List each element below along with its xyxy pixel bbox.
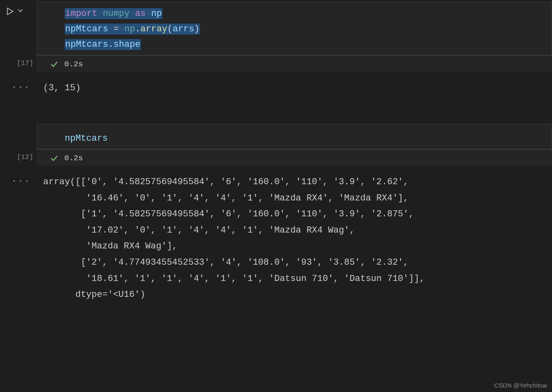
- cell-1-status-bar: 0.2s: [37, 55, 552, 72]
- exec-time: 0.2s: [64, 154, 83, 163]
- cell-2-status-row: [12] 0.2s: [0, 149, 552, 166]
- exec-count: [17]: [17, 59, 33, 67]
- token-alias: np: [151, 9, 162, 19]
- cell-2: npMtcars: [0, 124, 552, 149]
- cell-2-output: ··· array([['0', '4.58257569495584', '6'…: [0, 166, 552, 306]
- token-module-ref: np: [124, 24, 135, 34]
- cell-1: import·numpy·as·np npMtcars·=·np.array(a…: [0, 2, 552, 55]
- cell-2-out-gutter: ···: [0, 173, 37, 303]
- run-cell-button[interactable]: [6, 7, 17, 17]
- token-as: as: [135, 9, 146, 19]
- cell-2-exec-gutter: [12]: [0, 149, 37, 166]
- exec-time: 0.2s: [64, 60, 83, 69]
- token-module: numpy: [103, 9, 129, 19]
- watermark: CSDN @Yehchitsai: [494, 382, 547, 389]
- token-fn: array: [140, 24, 167, 34]
- success-check-icon: [50, 154, 59, 163]
- token-var: npMtcars: [65, 133, 108, 144]
- chevron-down-icon: [17, 7, 24, 14]
- collapse-output-icon[interactable]: ···: [11, 176, 30, 303]
- exec-count: [12]: [17, 153, 33, 161]
- code-line: npMtcars.shape: [37, 37, 552, 52]
- code-line: npMtcars·=·np.array(arrs): [37, 22, 552, 37]
- cell-2-editor[interactable]: npMtcars: [37, 124, 552, 149]
- code-line: import·numpy·as·np: [37, 6, 552, 22]
- success-check-icon: [50, 60, 59, 69]
- collapse-output-icon[interactable]: ···: [11, 82, 30, 96]
- cell-2-output-text: array([['0', '4.58257569495584', '6', '1…: [37, 173, 552, 303]
- token-prop: shape: [114, 39, 140, 50]
- cell-2-status-bar: 0.2s: [37, 149, 552, 166]
- token-arg: arrs: [173, 24, 194, 34]
- cell-2-gutter: [0, 124, 37, 149]
- cell-1-output-text: (3, 15): [37, 79, 552, 96]
- token-var: npMtcars: [65, 24, 108, 34]
- run-options-dropdown[interactable]: [17, 7, 24, 16]
- token-var: npMtcars: [65, 39, 108, 50]
- token-import: import: [65, 9, 97, 19]
- play-icon: [6, 7, 14, 15]
- cell-1-out-gutter: ···: [0, 79, 37, 96]
- cell-1-status-row: [17] 0.2s: [0, 55, 552, 72]
- cell-1-exec-gutter: [17]: [0, 55, 37, 72]
- cell-1-gutter: [0, 2, 37, 55]
- notebook-root: import·numpy·as·np npMtcars·=·np.array(a…: [0, 0, 552, 392]
- cell-1-editor[interactable]: import·numpy·as·np npMtcars·=·np.array(a…: [37, 2, 552, 55]
- cell-1-output: ··· (3, 15): [0, 72, 552, 100]
- code-line: npMtcars: [37, 131, 552, 146]
